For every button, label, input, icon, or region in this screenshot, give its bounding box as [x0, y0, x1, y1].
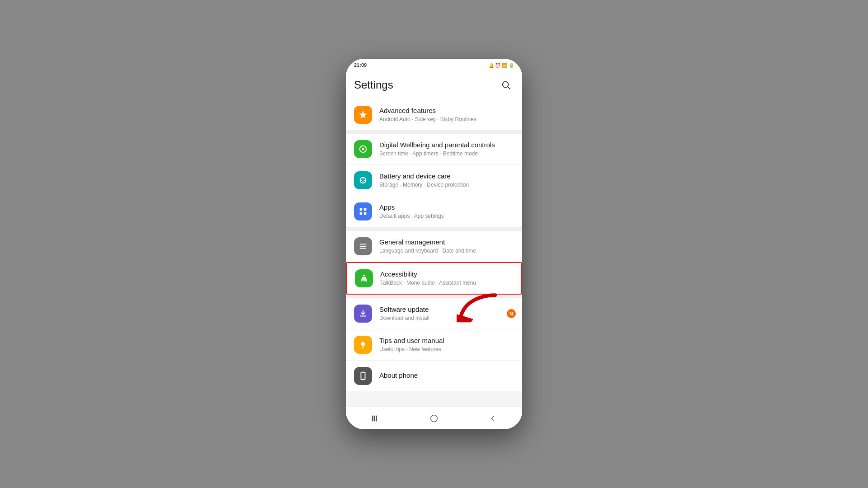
- apps-icon: [354, 202, 372, 221]
- search-icon: [501, 80, 511, 90]
- leaf-icon: [358, 144, 368, 154]
- svg-rect-20: [372, 416, 373, 421]
- svg-point-3: [362, 148, 364, 150]
- settings-list: Advanced features Android Auto · Side ke…: [346, 99, 522, 406]
- status-bar: 21:09 🔔 ⏰ 📶 🔋: [346, 59, 522, 71]
- svg-point-12: [363, 275, 365, 277]
- phone-icon: [358, 371, 368, 381]
- accessibility-subtitle: TalkBack · Mono audio · Assistant menu: [380, 280, 513, 287]
- nav-home-button[interactable]: [425, 409, 443, 427]
- software-update-subtitle: Download and install: [379, 315, 514, 322]
- nav-menu-icon: [371, 414, 380, 423]
- battery-title: Battery and device care: [379, 172, 514, 181]
- tips-icon: [354, 336, 372, 354]
- notification-badge: N: [507, 309, 516, 318]
- apps-subtitle: Default apps · App settings: [379, 213, 514, 220]
- about-phone-icon: [354, 367, 372, 385]
- svg-rect-22: [376, 416, 377, 421]
- apps-title: Apps: [379, 203, 514, 212]
- svg-rect-5: [360, 208, 363, 211]
- search-button[interactable]: [498, 77, 514, 93]
- nav-back-button[interactable]: [484, 409, 502, 427]
- software-update-title: Software update: [379, 305, 514, 314]
- general-management-title: General management: [379, 238, 514, 247]
- status-icons: 🔔 ⏰ 📶 🔋: [489, 63, 514, 68]
- settings-item-software-update[interactable]: Software update Download and install N: [346, 298, 522, 329]
- nav-back-icon: [488, 414, 497, 423]
- general-management-icon: [354, 237, 372, 255]
- apps-text: Apps Default apps · App settings: [379, 203, 514, 220]
- section-1: Advanced features Android Auto · Side ke…: [346, 99, 522, 130]
- battery-subtitle: Storage · Memory · Device protection: [379, 182, 514, 189]
- svg-rect-7: [360, 212, 363, 215]
- svg-rect-6: [364, 208, 367, 211]
- page-title: Settings: [354, 79, 393, 91]
- svg-point-23: [431, 415, 438, 422]
- star-icon: [358, 110, 368, 120]
- settings-item-tips[interactable]: Tips and user manual Useful tips · New f…: [346, 329, 522, 361]
- svg-rect-11: [360, 248, 367, 249]
- svg-point-16: [361, 342, 365, 346]
- svg-rect-21: [374, 416, 375, 421]
- settings-item-general-management[interactable]: General management Language and keyboard…: [346, 231, 522, 262]
- phone-frame: 21:09 🔔 ⏰ 📶 🔋 Settings: [346, 59, 522, 429]
- accessibility-title: Accessibility: [380, 270, 513, 279]
- advanced-features-icon: [354, 106, 372, 124]
- divider-2: [346, 227, 522, 231]
- settings-item-accessibility[interactable]: Accessibility TalkBack · Mono audio · As…: [346, 262, 522, 295]
- lightbulb-icon: [358, 340, 368, 350]
- nav-home-icon: [429, 413, 439, 423]
- svg-line-1: [508, 87, 510, 89]
- status-right-icons: 🔔 ⏰ 📶 🔋: [489, 63, 514, 68]
- accessibility-person-icon: [359, 273, 369, 283]
- software-update-wrapper: Software update Download and install N: [346, 298, 522, 329]
- status-time: 21:09: [354, 62, 367, 68]
- advanced-features-title: Advanced features: [379, 106, 514, 115]
- svg-line-14: [366, 279, 367, 282]
- advanced-features-text: Advanced features Android Auto · Side ke…: [379, 106, 514, 123]
- settings-item-about-phone[interactable]: About phone: [346, 361, 522, 391]
- advanced-features-subtitle: Android Auto · Side key · Bixby Routines: [379, 116, 514, 123]
- svg-point-19: [363, 379, 363, 380]
- digital-wellbeing-icon: [354, 140, 372, 158]
- divider-1: [346, 130, 522, 134]
- tips-title: Tips and user manual: [379, 336, 514, 345]
- svg-rect-9: [360, 244, 367, 245]
- accessibility-icon: [355, 269, 373, 287]
- grid-icon: [358, 206, 368, 216]
- accessibility-text: Accessibility TalkBack · Mono audio · As…: [380, 270, 513, 286]
- svg-rect-10: [360, 246, 367, 247]
- tips-text: Tips and user manual Useful tips · New f…: [379, 336, 514, 353]
- battery-device-icon: [358, 175, 368, 185]
- digital-wellbeing-subtitle: Screen time · App timers · Bedtime mode: [379, 150, 514, 158]
- about-phone-title: About phone: [379, 371, 514, 380]
- settings-item-apps[interactable]: Apps Default apps · App settings: [346, 196, 522, 227]
- svg-rect-17: [362, 347, 364, 348]
- svg-line-13: [361, 279, 362, 282]
- sliders-icon: [358, 241, 368, 251]
- battery-icon: [354, 171, 372, 189]
- software-update-icon: [354, 305, 372, 323]
- general-management-subtitle: Language and keyboard · Date and time: [379, 248, 514, 255]
- settings-item-digital-wellbeing[interactable]: Digital Wellbeing and parental controls …: [346, 134, 522, 165]
- software-update-text: Software update Download and install: [379, 305, 514, 322]
- nav-menu-button[interactable]: [366, 409, 384, 427]
- about-phone-text: About phone: [379, 371, 514, 381]
- settings-item-battery[interactable]: Battery and device care Storage · Memory…: [346, 165, 522, 196]
- divider-3: [346, 295, 522, 298]
- battery-text: Battery and device care Storage · Memory…: [379, 172, 514, 188]
- digital-wellbeing-text: Digital Wellbeing and parental controls …: [379, 141, 514, 157]
- digital-wellbeing-title: Digital Wellbeing and parental controls: [379, 141, 514, 150]
- svg-rect-8: [364, 212, 367, 215]
- tips-subtitle: Useful tips · New features: [379, 346, 514, 353]
- settings-item-advanced-features[interactable]: Advanced features Android Auto · Side ke…: [346, 99, 522, 130]
- navigation-bar: [346, 407, 522, 429]
- download-icon: [358, 309, 368, 319]
- settings-header: Settings: [346, 71, 522, 99]
- general-management-text: General management Language and keyboard…: [379, 238, 514, 254]
